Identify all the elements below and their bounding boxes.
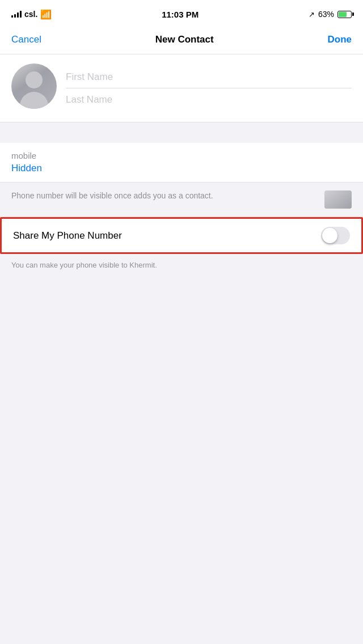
signal-bar-3 — [17, 12, 19, 18]
avatar-person — [11, 63, 57, 109]
bottom-area — [0, 281, 363, 508]
last-name-row — [66, 88, 352, 111]
footer-note: You can make your phone visible to Kherm… — [0, 254, 363, 281]
info-section: Phone number will be visible once adds y… — [0, 183, 363, 217]
avatar-body — [20, 92, 48, 109]
navigation-bar: Cancel New Contact Done — [0, 25, 363, 54]
status-time: 11:03 PM — [162, 10, 199, 19]
contact-form-section — [0, 54, 363, 122]
info-text: Phone number will be visible once adds y… — [11, 190, 315, 202]
battery-indicator — [337, 11, 352, 18]
share-phone-label: Share My Phone Number — [13, 230, 122, 242]
first-name-field[interactable] — [66, 71, 352, 83]
carrier-label: csl. — [24, 10, 37, 19]
phone-section: mobile Hidden — [0, 143, 363, 183]
avatar-head — [26, 71, 43, 88]
section-separator — [0, 122, 363, 143]
phone-label: mobile — [11, 151, 352, 160]
share-phone-row: Share My Phone Number — [2, 219, 361, 252]
status-right: ↗ 63% — [309, 10, 352, 19]
avatar[interactable] — [11, 63, 57, 109]
share-highlight-border: Share My Phone Number — [0, 217, 363, 254]
battery-shell — [337, 11, 352, 18]
signal-bar-2 — [14, 14, 16, 18]
first-name-row — [66, 66, 352, 88]
battery-percent: 63% — [318, 10, 334, 19]
wifi-icon: 📶 — [40, 9, 52, 20]
name-fields — [66, 63, 352, 111]
status-bar: csl. 📶 11:03 PM ↗ 63% — [0, 0, 363, 25]
page-title: New Contact — [155, 34, 214, 45]
footer-text: You can make your phone visible to Kherm… — [11, 261, 157, 269]
phone-value: Hidden — [11, 163, 352, 174]
signal-bar-1 — [11, 15, 13, 18]
location-icon: ↗ — [309, 10, 315, 19]
signal-bars — [11, 11, 22, 18]
info-avatar-small — [324, 190, 352, 209]
done-button[interactable]: Done — [327, 34, 352, 45]
toggle-knob — [322, 228, 337, 243]
last-name-field[interactable] — [66, 94, 352, 105]
share-phone-toggle[interactable] — [321, 227, 350, 244]
battery-fill — [339, 12, 347, 17]
signal-bar-4 — [20, 11, 22, 18]
status-left: csl. 📶 — [11, 9, 52, 20]
cancel-button[interactable]: Cancel — [11, 34, 41, 45]
share-section-container: Share My Phone Number — [0, 217, 363, 254]
